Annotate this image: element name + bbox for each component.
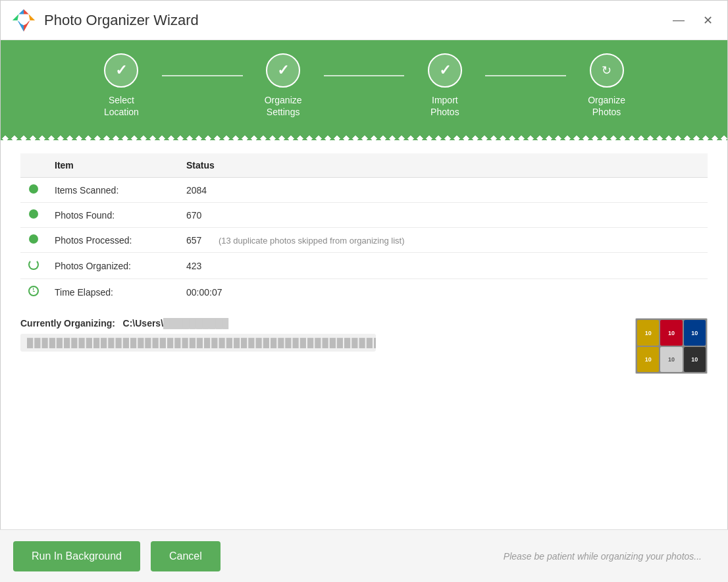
row-icon-3 <box>20 228 47 253</box>
row-icon-5 <box>20 279 47 305</box>
dot-green-icon <box>29 209 38 219</box>
blurred-path: ████████████████████████████████████████… <box>27 338 376 348</box>
organizing-label-text: Currently Organizing: <box>20 318 115 329</box>
wizard-step-import-photos: ✓ ImportPhotos <box>404 53 485 118</box>
run-background-button[interactable]: Run In Background <box>13 541 140 571</box>
duplicate-note: (13 duplicate photos skipped from organi… <box>219 236 405 246</box>
organizing-path-blurred: ████████████████████████████████████████… <box>20 334 376 352</box>
wizard-step-select-location: ✓ SelectLocation <box>81 53 162 118</box>
app-logo <box>11 8 36 33</box>
wizard-steps: ✓ SelectLocation ✓ OrganizeSettings ✓ Im… <box>81 53 647 118</box>
svg-marker-0 <box>24 9 29 14</box>
svg-marker-1 <box>18 9 24 14</box>
table-row: Photos Found: 670 <box>20 203 708 228</box>
step-circle-1: ✓ <box>104 53 138 88</box>
step-circle-3: ✓ <box>428 53 462 88</box>
step-connector-3 <box>485 75 566 76</box>
step-label-1: SelectLocation <box>104 94 139 118</box>
checkmark-icon-3: ✓ <box>439 62 451 79</box>
title-bar: Photo Organizer Wizard — ✕ <box>1 1 727 40</box>
cancel-button[interactable]: Cancel <box>151 541 221 571</box>
table-row: Photos Organized: 423 <box>20 253 708 279</box>
table-row: Photos Processed: 657 (13 duplicate phot… <box>20 228 708 253</box>
row-value-5: 00:00:07 <box>178 279 708 305</box>
wizard-step-organize-photos: ↻ OrganizePhotos <box>566 53 647 118</box>
organizing-path-visible: C:\Users\██████████ <box>123 318 229 329</box>
row-label-4: Photos Organized: <box>47 253 178 279</box>
clock-icon <box>28 286 39 296</box>
photo-preview-thumbnail: 10 10 10 10 10 10 <box>635 318 708 374</box>
row-value-4: 423 <box>178 253 708 279</box>
step-circle-4: ↻ <box>590 53 624 88</box>
jersey-4: 10 <box>637 347 659 373</box>
checkmark-icon-1: ✓ <box>115 62 127 79</box>
bottom-bar: Run In Background Cancel Please be patie… <box>0 529 728 582</box>
svg-marker-2 <box>29 14 36 20</box>
window-controls: — ✕ <box>669 12 717 29</box>
spinner-icon <box>28 259 39 270</box>
app-title: Photo Organizer Wizard <box>44 12 199 29</box>
jersey-grid: 10 10 10 10 10 10 <box>637 320 706 372</box>
row-value-2: 670 <box>178 203 708 228</box>
row-icon-4 <box>20 253 47 279</box>
dot-green-icon <box>29 184 38 194</box>
progress-table: Item Status Items Scanned: 2084 Photos F… <box>20 153 708 305</box>
row-value-1: 2084 <box>178 178 708 203</box>
checkmark-icon-2: ✓ <box>277 62 289 79</box>
row-label-3: Photos Processed: <box>47 228 178 253</box>
close-button[interactable]: ✕ <box>699 12 717 29</box>
jersey-6: 10 <box>684 347 706 373</box>
row-label-1: Items Scanned: <box>47 178 178 203</box>
organizing-section: Currently Organizing: C:\Users\█████████… <box>20 318 708 374</box>
row-label-5: Time Elapsed: <box>47 279 178 305</box>
step-label-2: OrganizeSettings <box>265 94 302 118</box>
step-connector-1 <box>162 75 243 76</box>
minimize-button[interactable]: — <box>669 12 689 28</box>
jersey-5: 10 <box>660 347 682 373</box>
table-row: Time Elapsed: 00:00:07 <box>20 279 708 305</box>
step-label-3: ImportPhotos <box>430 94 459 118</box>
row-label-2: Photos Found: <box>47 203 178 228</box>
col-header-icon <box>20 153 47 178</box>
row-icon-2 <box>20 203 47 228</box>
status-message: Please be patient while organizing your … <box>231 551 715 562</box>
wizard-bar: ✓ SelectLocation ✓ OrganizeSettings ✓ Im… <box>1 40 727 134</box>
organizing-label: Currently Organizing: C:\Users\█████████… <box>20 318 622 329</box>
main-content: Item Status Items Scanned: 2084 Photos F… <box>1 140 727 381</box>
svg-marker-3 <box>13 14 19 20</box>
step-circle-2: ✓ <box>266 53 300 88</box>
col-header-status: Status <box>178 153 708 178</box>
jersey-2: 10 <box>660 320 682 346</box>
dot-green-icon <box>29 234 38 244</box>
refresh-icon: ↻ <box>602 63 611 78</box>
jersey-3: 10 <box>684 320 706 346</box>
row-icon-1 <box>20 178 47 203</box>
row-value-3: 657 (13 duplicate photos skipped from or… <box>178 228 708 253</box>
wizard-step-organize-settings: ✓ OrganizeSettings <box>243 53 324 118</box>
svg-point-6 <box>19 16 28 24</box>
table-row: Items Scanned: 2084 <box>20 178 708 203</box>
organizing-info: Currently Organizing: C:\Users\█████████… <box>20 318 622 352</box>
col-header-item: Item <box>47 153 178 178</box>
step-connector-2 <box>324 75 405 76</box>
step-label-4: OrganizePhotos <box>588 94 625 118</box>
jersey-1: 10 <box>637 320 659 346</box>
